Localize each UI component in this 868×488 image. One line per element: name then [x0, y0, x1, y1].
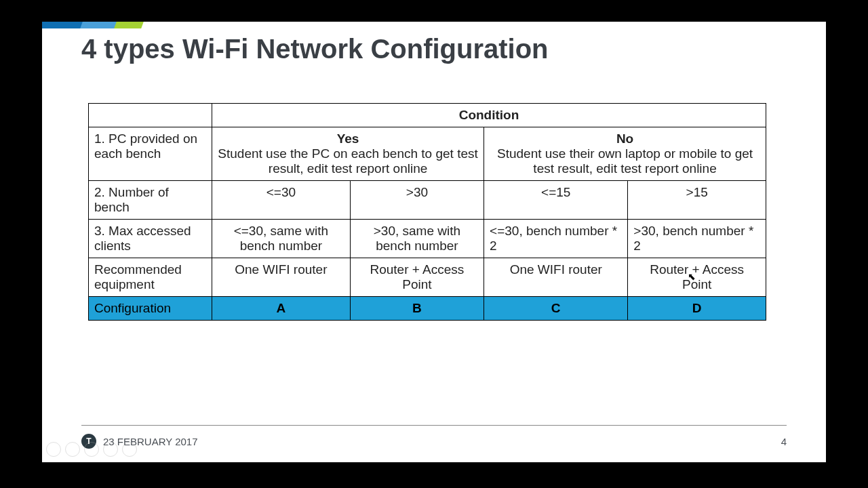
- row5-colA: A: [212, 297, 351, 321]
- footer-divider: [81, 425, 787, 426]
- yes-heading: Yes: [218, 131, 478, 146]
- row3-label: 3. Max accessed clients: [89, 220, 212, 258]
- yes-desc: Student use the PC on each bench to get …: [218, 146, 478, 176]
- row2-label: 2. Number of bench: [89, 181, 212, 220]
- page-number: 4: [781, 436, 787, 447]
- slide: 4 types Wi-Fi Network Configuration Cond…: [42, 22, 826, 462]
- row3-colD: >30, bench number * 2: [628, 220, 766, 258]
- row3-colC: <=30, bench number * 2: [484, 220, 628, 258]
- row5-label: Configuration: [89, 297, 212, 321]
- blank-header: [89, 104, 212, 127]
- row2-colC: <=15: [484, 181, 628, 220]
- row1-label: 1. PC provided on each bench: [89, 127, 212, 181]
- row5-colC: C: [484, 297, 628, 321]
- row3-colB: >30, same with bench number: [350, 220, 484, 258]
- no-desc: Student use their own laptop or mobile t…: [490, 146, 760, 176]
- footer: T 23 FEBRUARY 2017 4: [81, 434, 787, 449]
- row4-label: Recommended equipment: [89, 258, 212, 297]
- row4-colC: One WIFI router: [484, 258, 628, 297]
- config-table: Condition 1. PC provided on each bench Y…: [88, 103, 766, 321]
- footer-date: 23 FEBRUARY 2017: [103, 436, 198, 447]
- slide-title: 4 types Wi-Fi Network Configuration: [81, 34, 549, 64]
- row2-colA: <=30: [212, 181, 351, 220]
- row5-colB: B: [350, 297, 484, 321]
- condition-header: Condition: [212, 104, 766, 127]
- row4-colA: One WIFI router: [212, 258, 351, 297]
- row4-colD: Router + Access Point: [628, 258, 766, 297]
- brand-logo-icon: T: [81, 434, 96, 449]
- row4-colB: Router + Access Point: [350, 258, 484, 297]
- row2-colD: >15: [628, 181, 766, 220]
- accent-bar: [42, 22, 151, 28]
- row3-colA: <=30, same with bench number: [212, 220, 351, 258]
- no-heading: No: [490, 131, 760, 146]
- row2-colB: >30: [350, 181, 484, 220]
- row5-colD: D: [628, 297, 766, 321]
